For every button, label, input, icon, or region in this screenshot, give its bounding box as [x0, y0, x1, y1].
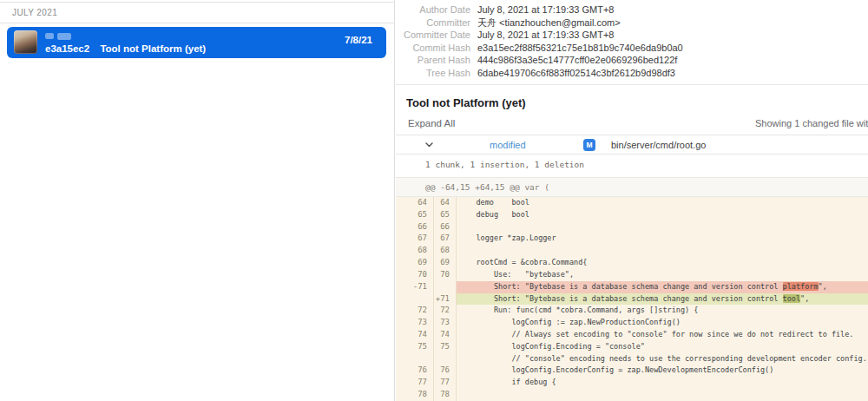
old-line-number: 70	[396, 269, 434, 281]
old-line-number: 69	[396, 257, 434, 269]
metadata-label: Tree Hash	[396, 67, 470, 80]
diff-code-line	[457, 245, 868, 257]
old-line-number: 65	[396, 209, 434, 221]
diff-row[interactable]: -71 Short: "Bytebase is a database schem…	[396, 281, 868, 293]
metadata-label: Author Date	[396, 3, 470, 16]
new-line-number: 76	[434, 365, 457, 377]
diff-row[interactable]: 6565 debug bool	[396, 209, 868, 221]
diff-row[interactable]: 7070 Use: "bytebase",	[396, 269, 868, 281]
commit-line: e3a15ec2 Tool not Platform (yet)	[45, 43, 206, 54]
metadata-value: e3a15ec2f88f56321c75e1b81b9c740e6da9b0a0	[477, 42, 683, 55]
new-line-number: 69	[434, 257, 457, 269]
old-line-number: 68	[396, 245, 434, 257]
new-line-number: 68	[434, 245, 457, 257]
diff-code-line: Short: "Bytebase is a database schema ch…	[457, 293, 868, 306]
old-line-number	[396, 293, 434, 306]
diff-row[interactable]: 6767 logger *zap.Logger	[396, 233, 868, 245]
diff-row[interactable]: // "console" encoding needs to use the c…	[396, 353, 868, 365]
file-path: bin/server/cmd/root.go	[611, 140, 706, 150]
changed-file-row[interactable]: modified M bin/server/cmd/root.go	[396, 135, 868, 154]
diff-code-line: debug bool	[457, 209, 868, 221]
new-line-number: 78	[434, 389, 457, 401]
diff-code-line: logger *zap.Logger	[457, 233, 868, 245]
commit-message-title: Tool not Platform (yet)	[406, 96, 526, 109]
chevron-down-icon[interactable]	[425, 142, 433, 148]
metadata-row: Parent Hash444c986f3a3e5c14777cff0e2e066…	[396, 54, 868, 67]
diff-code-line: rootCmd = &cobra.Command{	[457, 257, 868, 269]
diff-code-line: logConfig.EncoderConfig = zap.NewDevelop…	[457, 365, 868, 377]
commit-list-item-selected[interactable]: e3a15ec2 Tool not Platform (yet) 7/8/21	[7, 27, 386, 58]
changed-word-highlight: platform	[783, 282, 819, 291]
commit-group-header: JULY 2021	[0, 2, 395, 23]
old-line-number: 64	[396, 197, 434, 209]
diff-row[interactable]: 7575 logConfig.Encoding = "console"	[396, 341, 868, 353]
metadata-row: Committer天舟 <tianzhouchen@gmail.com>	[396, 16, 868, 30]
old-line-number: 66	[396, 221, 434, 233]
new-line-number: 72	[434, 305, 457, 317]
diff-table: 6464 demo bool6565 debug bool66666767 lo…	[396, 197, 868, 401]
old-line-number: 67	[396, 233, 434, 245]
diff-code-line: // Always set encoding to "console" for …	[457, 329, 868, 341]
new-line-number: 77	[434, 377, 457, 389]
new-line-number	[434, 281, 457, 293]
file-status-label[interactable]: modified	[490, 140, 526, 150]
diff-code-line: Short: "Bytebase is a database schema ch…	[457, 281, 868, 293]
metadata-value: 6dabe419706c6f883ff02514c3bf2612b9d98df3	[477, 67, 675, 80]
diff-row[interactable]: 7272 Run: func(cmd *cobra.Command, args …	[396, 305, 868, 317]
diff-code-line: logConfig := zap.NewProductionConfig()	[457, 317, 868, 329]
metadata-label: Commit Hash	[396, 42, 470, 55]
diff-code-line: logConfig.Encoding = "console"	[457, 341, 868, 353]
diff-row[interactable]: 7676 logConfig.EncoderConfig = zap.NewDe…	[396, 365, 868, 377]
old-line-number: -71	[396, 281, 434, 293]
metadata-divider	[396, 84, 868, 85]
metadata-row: Tree Hash6dabe419706c6f883ff02514c3bf261…	[396, 67, 868, 80]
avatar	[14, 30, 37, 54]
changed-files-summary: Showing 1 changed file with 1 add	[755, 118, 868, 128]
modified-badge: M	[583, 139, 595, 151]
new-line-number: 70	[434, 269, 457, 281]
metadata-label: Committer Date	[396, 29, 470, 42]
new-line-number: 75	[434, 341, 457, 353]
diff-row[interactable]: 7878	[396, 389, 868, 401]
hunk-header-row: @@ -64,15 +64,15 @@ var (	[396, 177, 868, 197]
old-line-number: 76	[396, 365, 434, 377]
file-change-stats: 1 chunk, 1 insertion, 1 deletion	[425, 160, 584, 169]
new-line-number: +71	[434, 293, 457, 306]
diff-row[interactable]: +71 Short: "Bytebase is a database schem…	[396, 293, 868, 306]
hunk-header: @@ -64,15 +64,15 @@ var (	[425, 178, 549, 196]
git-client-window: JULY 2021 e3a15ec2 Tool not Platform (ye…	[0, 0, 868, 401]
old-line-number: 72	[396, 305, 434, 317]
new-line-number: 65	[434, 209, 457, 221]
diff-row[interactable]: 7373 logConfig := zap.NewProductionConfi…	[396, 317, 868, 329]
metadata-value: July 8, 2021 at 17:19:33 GMT+8	[477, 29, 614, 42]
metadata-label: Parent Hash	[396, 54, 470, 67]
commit-detail-panel: Author DateJuly 8, 2021 at 17:19:33 GMT+…	[396, 0, 868, 401]
diff-code-line: // "console" encoding needs to use the c…	[457, 353, 868, 365]
diff-row[interactable]: 7777 if debug {	[396, 377, 868, 389]
new-line-number: 74	[434, 329, 457, 341]
metadata-label: Committer	[396, 16, 470, 30]
metadata-row: Committer DateJuly 8, 2021 at 17:19:33 G…	[396, 29, 868, 42]
diff-row[interactable]: 6969 rootCmd = &cobra.Command{	[396, 257, 868, 269]
diff-row[interactable]: 6464 demo bool	[396, 197, 868, 209]
metadata-value: 天舟 <tianzhouchen@gmail.com>	[477, 16, 621, 30]
metadata-row: Commit Hashe3a15ec2f88f56321c75e1b81b9c7…	[396, 42, 868, 55]
changed-word-highlight: tool	[783, 294, 800, 303]
expand-all-button[interactable]: Expand All	[408, 118, 455, 128]
diff-row[interactable]: 6666	[396, 221, 868, 233]
new-line-number: 64	[434, 197, 457, 209]
diff-code-line: if debug {	[457, 377, 868, 389]
redacted-ref-chip	[45, 33, 54, 39]
new-line-number: 67	[434, 233, 457, 245]
diff-code-line: demo bool	[457, 197, 868, 209]
metadata-value: July 8, 2021 at 17:19:33 GMT+8	[477, 3, 614, 16]
diff-row[interactable]: 6868	[396, 245, 868, 257]
diff-row[interactable]: 7474 // Always set encoding to "console"…	[396, 329, 868, 341]
commit-date: 7/8/21	[345, 35, 372, 45]
diff-code-line	[457, 221, 868, 233]
diff-code-line: Run: func(cmd *cobra.Command, args []str…	[457, 305, 868, 317]
old-line-number: 78	[396, 389, 434, 401]
old-line-number: 74	[396, 329, 434, 341]
old-line-number	[396, 353, 434, 365]
new-line-number: 73	[434, 317, 457, 329]
